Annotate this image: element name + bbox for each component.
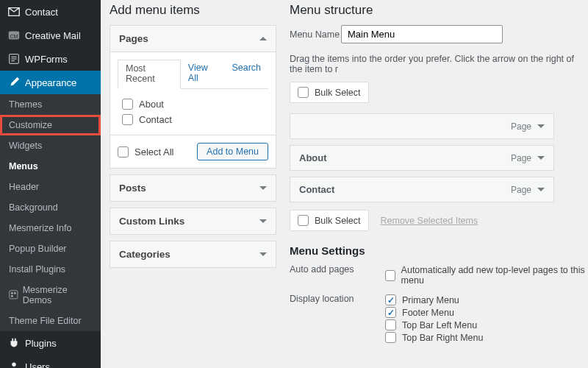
bulk-select-bottom[interactable]: Bulk Select: [290, 210, 369, 231]
custom-links-metabox-toggle[interactable]: Custom Links: [110, 208, 276, 234]
menu-item-title: Contact: [299, 184, 334, 195]
checkbox[interactable]: [298, 87, 309, 98]
brush-icon: [7, 76, 21, 89]
sidebar-sub-customize[interactable]: Customize: [0, 115, 101, 135]
metabox-title: Categories: [119, 249, 171, 260]
checkbox[interactable]: [298, 215, 309, 226]
bulk-select-label: Bulk Select: [315, 88, 361, 98]
envelope-icon: [7, 5, 21, 18]
menu-name-label: Menu Name: [290, 29, 341, 40]
option-label: Top Bar Right Menu: [402, 333, 483, 343]
menu-settings-heading: Menu Settings: [290, 244, 588, 257]
page-item-about[interactable]: About: [118, 96, 268, 112]
auto-add-pages-label: Auto add pages: [290, 264, 385, 286]
sidebar-item-creative-mail[interactable]: CM Creative Mail: [0, 24, 101, 47]
menu-item-type: Page: [511, 185, 545, 195]
wpforms-icon: [7, 52, 21, 66]
chevron-down-icon: [259, 219, 267, 223]
sidebar-item-wpforms[interactable]: WPForms: [0, 47, 101, 71]
menu-structure-column: Menu structure Menu Name Drag the items …: [285, 0, 588, 368]
option-label: Automatically add new top-level pages to…: [401, 265, 588, 286]
sidebar-sub-menus[interactable]: Menus: [0, 156, 101, 177]
checkbox[interactable]: [122, 114, 133, 125]
sidebar-label: WPForms: [25, 54, 68, 65]
chevron-down-icon[interactable]: [537, 124, 545, 128]
chevron-up-icon: [259, 37, 267, 40]
pages-tabs: Most Recent View All Search: [118, 60, 268, 89]
auto-add-pages-option[interactable]: Automatically add new top-level pages to…: [385, 264, 588, 286]
metabox-title: Posts: [119, 183, 146, 194]
sidebar-sub-header[interactable]: Header: [0, 177, 101, 197]
sidebar-sub-themes[interactable]: Themes: [0, 94, 101, 115]
main-content: Add menu items Pages Most Recent View Al…: [101, 0, 588, 368]
sidebar-label: Contact: [25, 7, 58, 18]
checkbox[interactable]: [118, 146, 129, 158]
cm-icon: CM: [7, 29, 21, 42]
page-label: Contact: [139, 114, 172, 125]
pages-metabox: Pages Most Recent View All Search About: [110, 25, 276, 169]
categories-metabox: Categories: [110, 241, 276, 268]
sidebar-sub-mesmerize-demos[interactable]: Mesmerize Demos: [0, 280, 101, 311]
checkbox[interactable]: [385, 319, 396, 330]
checkbox[interactable]: [122, 99, 133, 110]
sidebar-item-users[interactable]: Users: [0, 355, 101, 368]
menu-structure-heading: Menu structure: [290, 3, 588, 18]
remove-selected-link[interactable]: Remove Selected Items: [381, 216, 478, 226]
categories-metabox-toggle[interactable]: Categories: [110, 241, 276, 267]
svg-rect-8: [14, 292, 15, 294]
sidebar-item-plugins[interactable]: Plugins: [0, 331, 101, 355]
custom-links-metabox: Custom Links: [110, 208, 276, 235]
sidebar-label: Plugins: [25, 338, 57, 349]
page-item-contact[interactable]: Contact: [118, 112, 268, 127]
bulk-select-label: Bulk Select: [315, 216, 361, 226]
option-label: Footer Menu: [402, 308, 454, 318]
menu-items-list: Page About Page Contact Page: [290, 113, 588, 202]
chevron-down-icon[interactable]: [537, 188, 545, 191]
sidebar-item-contact[interactable]: Contact: [0, 0, 101, 24]
sidebar-label: Users: [25, 361, 50, 369]
sidebar-item-appearance[interactable]: Appearance: [0, 71, 101, 94]
bulk-select-top[interactable]: Bulk Select: [290, 82, 369, 103]
tab-most-recent[interactable]: Most Recent: [118, 60, 181, 89]
metabox-title: Pages: [119, 33, 148, 44]
sidebar-sub-widgets[interactable]: Widgets: [0, 135, 101, 156]
menu-item-row[interactable]: Contact Page: [290, 177, 554, 202]
display-location-label: Display location: [290, 294, 385, 344]
sidebar-sub-mesmerize-info[interactable]: Mesmerize Info: [0, 218, 101, 238]
location-footer-menu[interactable]: Footer Menu: [385, 306, 588, 319]
checkbox[interactable]: [385, 307, 396, 318]
menu-item-title: [299, 121, 302, 132]
posts-metabox-toggle[interactable]: Posts: [110, 175, 276, 201]
select-all-row[interactable]: Select All: [118, 146, 173, 158]
sidebar-sub-popup-builder[interactable]: Popup Builder: [0, 238, 101, 259]
tab-view-all[interactable]: View All: [181, 60, 225, 88]
sidebar-sub-background[interactable]: Background: [0, 197, 101, 218]
tab-search[interactable]: Search: [224, 60, 268, 88]
chevron-down-icon[interactable]: [537, 156, 545, 160]
location-top-bar-left[interactable]: Top Bar Left Menu: [385, 319, 588, 331]
user-icon: [7, 360, 21, 368]
admin-sidebar: Contact CM Creative Mail WPForms Appeara…: [0, 0, 101, 368]
location-primary-menu[interactable]: Primary Menu: [385, 294, 588, 306]
sidebar-sub-install-plugins[interactable]: Install Plugins: [0, 259, 101, 280]
add-to-menu-button[interactable]: Add to Menu: [197, 143, 268, 160]
sidebar-sub-theme-file-editor[interactable]: Theme File Editor: [0, 311, 101, 331]
checkbox[interactable]: [385, 270, 395, 281]
checkbox[interactable]: [385, 332, 396, 343]
menu-item-row[interactable]: About Page: [290, 145, 554, 171]
chevron-down-icon: [259, 252, 267, 256]
menu-item-row[interactable]: Page: [290, 113, 554, 139]
plug-icon: [7, 336, 21, 350]
option-label: Top Bar Left Menu: [402, 320, 477, 330]
location-top-bar-right[interactable]: Top Bar Right Menu: [385, 331, 588, 344]
demos-icon: [9, 290, 18, 300]
menu-name-input[interactable]: [341, 25, 503, 43]
add-menu-items-column: Add menu items Pages Most Recent View Al…: [101, 0, 285, 368]
page-label: About: [139, 99, 164, 110]
option-label: Primary Menu: [402, 295, 459, 305]
checkbox[interactable]: [385, 294, 396, 305]
pages-metabox-toggle[interactable]: Pages: [110, 26, 276, 52]
svg-rect-9: [11, 295, 12, 297]
metabox-title: Custom Links: [119, 216, 184, 227]
menu-item-type: Page: [511, 121, 545, 132]
